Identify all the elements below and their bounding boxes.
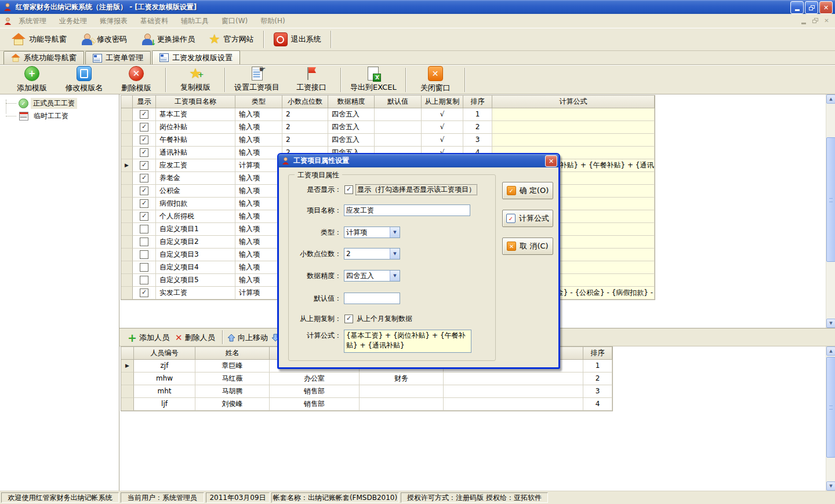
official-website-button[interactable]: ★ 官方网站 [202, 29, 261, 50]
salary-item-row[interactable]: ✓ 基本工资 输入项 2 四舍五入 √ 1 [121, 108, 655, 121]
menu-window[interactable]: 窗口(W) [215, 16, 254, 26]
show-checkbox-cell[interactable] [133, 223, 156, 236]
dialog-close-button[interactable]: ✕ [545, 155, 557, 167]
copy-checkbox[interactable]: ✓ [344, 315, 353, 323]
show-checkbox-cell[interactable]: ✓ [133, 108, 156, 121]
close-button[interactable]: ✕ [819, 1, 833, 14]
show-checkbox-cell[interactable]: ✓ [133, 121, 156, 134]
scroll-thumb[interactable] [826, 357, 835, 458]
col-formula[interactable]: 计算公式 [492, 96, 655, 108]
switch-operator-button[interactable]: ↓ 更换操作员 [134, 29, 202, 50]
delete-template-button[interactable]: ✕ 删除模版 [110, 66, 162, 94]
show-checkbox[interactable]: ✓ [140, 174, 148, 182]
chevron-down-icon[interactable]: ▼ [390, 227, 400, 238]
show-checkbox-cell[interactable]: ✓ [133, 172, 156, 185]
show-checkbox[interactable] [140, 250, 148, 259]
precision-select[interactable]: 四舍五入 ▼ [344, 270, 400, 282]
menu-basedata[interactable]: 基础资料 [134, 16, 175, 26]
person-row[interactable]: mht 马胡腾 销售部 3 [121, 385, 612, 398]
nav-window-button[interactable]: 功能导航窗 [5, 29, 74, 50]
col-person-name[interactable]: 姓名 [195, 347, 270, 360]
exit-system-button[interactable]: 退出系统 [267, 29, 328, 50]
rename-template-button[interactable]: 修改模版名 [58, 66, 110, 94]
menu-reports[interactable]: 账簿报表 [93, 16, 134, 26]
item-name-input[interactable] [344, 204, 470, 216]
type-select[interactable]: 计算项 ▼ [344, 227, 400, 238]
show-checkbox-cell[interactable] [133, 274, 156, 287]
copy-template-button[interactable]: ★+ 复制模版 [169, 66, 222, 94]
close-window-button[interactable]: ✕ 关闭窗口 [409, 66, 462, 94]
person-row[interactable]: ljf 刘俊峰 销售部 4 [121, 398, 612, 411]
person-scrollbar[interactable]: ▲ ▼ [826, 346, 835, 491]
salary-item-row[interactable]: ✓ 午餐补贴 输入项 2 四舍五入 √ 3 [121, 134, 655, 147]
col-type[interactable]: 类型 [235, 96, 282, 108]
copy-checkbox-label[interactable]: 从上个月复制数据 [357, 314, 412, 324]
ok-button[interactable]: ✓ 确 定(O) [502, 182, 553, 199]
show-checkbox-cell[interactable] [133, 261, 156, 274]
show-checkbox[interactable]: ✓ [344, 185, 353, 194]
scroll-up-button[interactable]: ▲ [826, 346, 835, 356]
menu-help[interactable]: 帮助(H) [254, 16, 291, 26]
show-checkbox[interactable]: ✓ [140, 212, 148, 221]
show-checkbox[interactable] [140, 276, 148, 284]
col-person-id[interactable]: 人员编号 [134, 347, 195, 360]
show-checkbox[interactable]: ✓ [140, 288, 148, 297]
show-checkbox[interactable]: ✓ [140, 110, 148, 119]
show-checkbox[interactable] [140, 263, 148, 272]
remove-person-button[interactable]: ✕ 删除人员 [175, 331, 215, 345]
col-order[interactable]: 排序 [463, 96, 492, 108]
cancel-button[interactable]: ✕ 取 消(C) [502, 238, 553, 255]
col-person-order[interactable]: 排序 [583, 347, 612, 360]
tree-item-temp-staff[interactable]: 临时工工资 [0, 110, 71, 122]
show-checkbox-cell[interactable]: ✓ [133, 210, 156, 223]
mdi-minimize-button[interactable] [798, 16, 808, 25]
col-precision[interactable]: 数据精度 [328, 96, 375, 108]
col-default[interactable]: 默认值 [375, 96, 422, 108]
menu-business[interactable]: 业务处理 [53, 16, 93, 26]
items-scrollbar[interactable]: ▲ ▼ [826, 94, 835, 328]
show-checkbox-cell[interactable]: ✓ [133, 287, 156, 300]
chevron-down-icon[interactable]: ▼ [390, 249, 400, 259]
salary-interface-button[interactable]: 工资接口 [285, 66, 337, 94]
change-password-button[interactable]: ⚿ 修改密码 [74, 29, 134, 50]
show-checkbox-label[interactable]: 显示（打勾选择是否显示该工资项目） [355, 184, 477, 195]
formula-button[interactable]: ✓ 计算公式 [502, 210, 553, 227]
scroll-down-button[interactable]: ▼ [826, 319, 835, 328]
formula-textarea[interactable]: {基本工资} + {岗位补贴} + {午餐补贴} + {通讯补贴} [344, 330, 471, 353]
mdi-restore-button[interactable] [810, 16, 820, 25]
col-copy[interactable]: 从上期复制 [422, 96, 463, 108]
show-checkbox[interactable] [140, 238, 148, 246]
show-checkbox-cell[interactable] [133, 236, 156, 249]
add-template-button[interactable]: + 添加模版 [6, 66, 58, 94]
setup-salary-items-button[interactable]: ☛ 设置工资项目 [228, 66, 285, 94]
show-checkbox-cell[interactable]: ✓ [133, 147, 156, 159]
show-checkbox[interactable]: ✓ [140, 199, 148, 208]
scroll-up-button[interactable]: ▲ [826, 94, 835, 104]
salary-item-row[interactable]: ✓ 岗位补贴 输入项 2 四舍五入 √ 2 [121, 121, 655, 134]
col-name[interactable]: 工资项目名称 [156, 96, 235, 108]
show-checkbox[interactable]: ✓ [140, 123, 148, 132]
show-checkbox-cell[interactable]: ✓ [133, 198, 156, 210]
show-checkbox[interactable]: ✓ [140, 161, 148, 170]
move-up-button[interactable]: 向上移动 [227, 331, 268, 345]
menu-tools[interactable]: 辅助工具 [175, 16, 215, 26]
col-show[interactable]: 显示 [133, 96, 156, 108]
show-checkbox[interactable]: ✓ [140, 136, 148, 144]
tab-system-nav[interactable]: 系统功能导航窗 [3, 51, 84, 64]
tab-salary-sheet[interactable]: 工资单管理 [85, 51, 151, 64]
show-checkbox[interactable]: ✓ [140, 187, 148, 195]
menu-system[interactable]: 系统管理 [12, 16, 53, 26]
show-checkbox-cell[interactable]: ✓ [133, 134, 156, 147]
show-checkbox[interactable]: ✓ [140, 148, 148, 157]
minimize-button[interactable] [790, 1, 804, 14]
tab-salary-template[interactable]: 工资发放模版设置 [152, 50, 240, 64]
show-checkbox[interactable] [140, 225, 148, 233]
show-checkbox-cell[interactable]: ✓ [133, 185, 156, 198]
restore-button[interactable] [805, 1, 818, 14]
show-checkbox-cell[interactable]: ✓ [133, 159, 156, 172]
chevron-down-icon[interactable]: ▼ [390, 271, 400, 281]
show-checkbox-cell[interactable] [133, 249, 156, 261]
col-decimals[interactable]: 小数点位数 [282, 96, 328, 108]
scroll-down-button[interactable]: ▼ [826, 481, 835, 491]
mdi-close-button[interactable]: ✕ [822, 16, 832, 25]
